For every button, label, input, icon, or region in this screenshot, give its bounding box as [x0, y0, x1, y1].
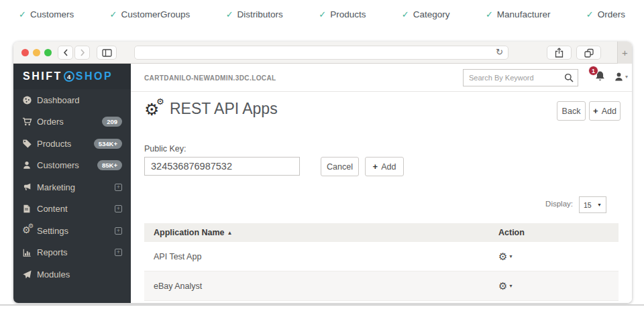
env-item-orders[interactable]: ✓Orders	[586, 9, 625, 19]
expand-icon[interactable]: +	[115, 227, 122, 235]
env-item-label: Manufacturer	[497, 9, 551, 19]
env-item-distributors[interactable]: ✓Distributors	[226, 9, 283, 19]
env-item-customergroups[interactable]: ✓CustomerGroups	[110, 9, 191, 19]
window-controls	[21, 49, 52, 56]
logo-text: SHIFT	[23, 70, 62, 82]
table-row[interactable]: eBay Analyst ⚙ ▾	[144, 271, 619, 301]
sort-asc-icon: ▲	[227, 230, 233, 236]
public-key-input[interactable]	[144, 157, 300, 176]
page-title-row: ⚙⚙ REST API Apps Back +Add	[131, 92, 632, 131]
plus-icon: +	[593, 106, 598, 116]
rest-api-gears-icon: ⚙⚙	[144, 100, 168, 121]
sidebar-item-orders[interactable]: Orders 209	[13, 111, 131, 133]
env-item-category[interactable]: ✓Category	[402, 9, 450, 19]
user-icon	[614, 72, 624, 82]
expand-icon[interactable]: +	[115, 184, 122, 191]
env-item-label: Distributors	[237, 9, 283, 19]
tab-overview-button[interactable]	[576, 46, 601, 60]
public-key-label: Public Key:	[144, 144, 186, 153]
add-label: Add	[602, 107, 616, 116]
address-bar[interactable]: ↻	[134, 46, 508, 60]
plus-icon: +	[373, 162, 378, 172]
back-button[interactable]: Back	[557, 101, 586, 121]
tag-icon	[22, 139, 37, 149]
action-cell: ⚙ ▾	[498, 280, 609, 292]
sidebar-item-label: Products	[37, 139, 71, 149]
browser-chrome: ↻ +	[13, 42, 632, 64]
check-icon: ✓	[19, 9, 26, 19]
table-header-row: Application Name ▲ Action	[144, 223, 619, 242]
expand-icon[interactable]: +	[115, 249, 122, 256]
document-icon	[22, 204, 37, 214]
display-count-select[interactable]: 15 ▼	[579, 196, 606, 213]
add-label: Add	[381, 162, 396, 172]
app-name-cell: eBay Analyst	[154, 282, 498, 291]
check-icon: ✓	[110, 9, 117, 19]
caret-down-icon[interactable]: ▾	[509, 283, 512, 289]
table-row[interactable]: API Test App ⚙ ▾	[144, 242, 619, 271]
chevron-down-icon: ▾	[625, 74, 628, 80]
user-menu[interactable]: ▾	[614, 72, 628, 82]
shift4shop-logo[interactable]: SHIFT 4 SHOP	[13, 64, 131, 89]
sidebar-item-label: Content	[37, 204, 68, 214]
minimize-window-button[interactable]	[33, 49, 40, 56]
orders-count-badge: 209	[102, 117, 122, 127]
display-count-label: Display:	[545, 200, 573, 208]
sidebar-toggle-button[interactable]	[97, 46, 117, 60]
share-button[interactable]	[547, 46, 572, 60]
sidebar-item-marketing[interactable]: Marketing +	[13, 176, 131, 198]
env-item-label: Orders	[598, 9, 625, 19]
search-icon[interactable]	[564, 73, 574, 85]
sidebar-item-label: Settings	[37, 226, 68, 236]
zoom-window-button[interactable]	[44, 49, 52, 56]
env-item-manufacturer[interactable]: ✓Manufacturer	[486, 9, 550, 19]
search-input[interactable]	[469, 70, 556, 85]
cart-icon	[22, 117, 37, 127]
cancel-label: Cancel	[327, 162, 353, 172]
api-apps-table: Application Name ▲ Action API Test App ⚙…	[144, 223, 619, 301]
sidebar-item-content[interactable]: Content +	[13, 198, 131, 221]
add-confirm-button[interactable]: +Add	[365, 157, 404, 176]
sidebar: SHIFT 4 SHOP Dashboard Orders 209	[13, 64, 131, 303]
url-input[interactable]	[139, 46, 488, 59]
sidebar-item-customers[interactable]: Customers 85K+	[13, 155, 131, 177]
cancel-button[interactable]: Cancel	[321, 157, 359, 176]
env-item-customers[interactable]: ✓Customers	[19, 9, 74, 19]
column-header-application-name[interactable]: Application Name ▲	[154, 228, 498, 237]
close-window-button[interactable]	[21, 49, 29, 56]
logo-digit-badge: 4	[64, 71, 74, 82]
action-cell: ⚙ ▾	[498, 251, 609, 263]
keyword-search-box[interactable]	[463, 69, 578, 86]
reload-icon[interactable]: ↻	[496, 47, 503, 57]
admin-topbar: CARTDANILO-NEWADMIN.3DC.LOCAL 1 ▾	[131, 64, 632, 92]
dashboard-icon	[22, 95, 37, 105]
browser-back-button[interactable]	[58, 46, 73, 60]
caret-down-icon[interactable]: ▾	[509, 253, 512, 259]
row-actions-gear-icon[interactable]: ⚙	[498, 280, 507, 292]
browser-forward-button[interactable]	[74, 46, 90, 60]
env-item-products[interactable]: ✓Products	[319, 9, 366, 19]
env-item-label: Customers	[30, 9, 74, 19]
sidebar-item-settings[interactable]: ⚙⚙ Settings +	[13, 220, 131, 242]
sidebar-item-products[interactable]: Products 534K+	[13, 133, 131, 155]
expand-icon[interactable]: +	[115, 205, 122, 212]
sidebar-item-label: Orders	[37, 117, 64, 127]
sidebar-item-reports[interactable]: Reports +	[13, 242, 131, 264]
notifications-bell[interactable]: 1	[594, 70, 606, 84]
add-button[interactable]: +Add	[589, 101, 621, 121]
sidebar-item-modules[interactable]: Modules	[13, 263, 131, 286]
sidebar-item-label: Reports	[37, 247, 68, 257]
app-area: SHIFT 4 SHOP Dashboard Orders 209	[13, 64, 632, 303]
plus-glyph: +	[117, 228, 120, 234]
row-actions-gear-icon[interactable]: ⚙	[498, 251, 507, 263]
new-tab-button[interactable]: +	[617, 42, 632, 64]
env-checklist-bar: ✓Customers ✓CustomerGroups ✓Distributors…	[0, 0, 644, 28]
check-icon: ✓	[586, 9, 594, 19]
sidebar-item-label: Modules	[37, 269, 70, 279]
app-name-cell: API Test App	[154, 252, 498, 261]
sidebar-item-dashboard[interactable]: Dashboard	[13, 89, 131, 111]
env-item-label: Category	[413, 9, 450, 19]
check-icon: ✓	[319, 9, 326, 19]
notification-count-badge: 1	[588, 66, 598, 76]
display-count-value: 15	[584, 201, 592, 209]
